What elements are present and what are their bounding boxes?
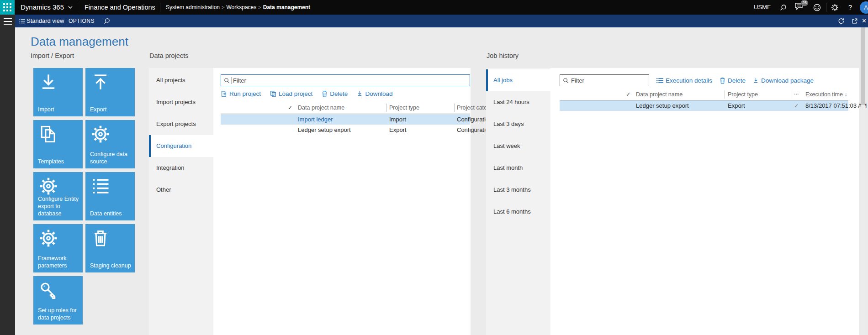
data-projects-toolbar: Run project Load project Delete Download <box>221 89 392 99</box>
table-row[interactable]: Import ledger Import Configuration <box>221 114 470 125</box>
product-menu-button[interactable]: Dynamics 365 <box>21 0 73 15</box>
open-in-new-window-button[interactable] <box>850 15 860 27</box>
job-history-filter-input[interactable] <box>571 77 651 84</box>
vertical-scrollbar-thumb[interactable] <box>861 27 865 105</box>
table-row[interactable]: Ledger setup export Export Configuration <box>221 125 470 135</box>
smiley-icon <box>813 4 821 11</box>
settings-button[interactable] <box>830 0 840 15</box>
data-projects-tab-list: All projects Import projects Export proj… <box>149 68 213 335</box>
close-button[interactable]: ✕ <box>862 15 867 27</box>
download-icon <box>753 77 759 84</box>
gear-icon <box>831 4 839 11</box>
breadcrumb-item[interactable]: Workspaces <box>226 0 256 15</box>
refresh-button[interactable] <box>836 15 846 27</box>
tab-other[interactable]: Other <box>149 179 213 201</box>
delete-button[interactable]: Delete <box>720 77 746 84</box>
run-project-icon <box>221 90 227 97</box>
avatar-initial: A <box>864 4 868 11</box>
select-all-check[interactable]: ✓ <box>626 91 630 98</box>
search-icon <box>563 78 569 84</box>
tab-last-24-hours[interactable]: Last 24 hours <box>486 91 550 113</box>
app-name-link[interactable]: Finance and Operations <box>85 0 155 15</box>
hamburger-menu-button[interactable] <box>4 18 12 25</box>
app-launcher-button[interactable] <box>0 0 15 15</box>
trash-icon <box>91 229 110 250</box>
tab-last-week[interactable]: Last week <box>486 135 550 157</box>
download-package-button[interactable]: Download package <box>753 77 814 84</box>
table-row[interactable]: Ledger setup export Export ✓ 8/13/2017 0… <box>560 100 848 111</box>
column-header-type[interactable]: Project type <box>389 105 419 111</box>
tab-last-6-months[interactable]: Last 6 months <box>486 201 550 223</box>
cell-project-type: Export <box>389 125 407 135</box>
column-header-name[interactable]: Data project name <box>298 105 344 111</box>
cell-project-name[interactable]: Import ledger <box>298 114 333 125</box>
run-project-button[interactable]: Run project <box>221 90 261 97</box>
tile-configure-data-source[interactable]: Configure data source <box>85 120 135 168</box>
download-button[interactable]: Download <box>357 90 392 97</box>
tab-integration[interactable]: Integration <box>149 157 213 179</box>
tab-last-3-days[interactable]: Last 3 days <box>486 113 550 135</box>
standard-view-button[interactable]: Standard view <box>26 15 64 27</box>
options-menu-button[interactable]: OPTIONS <box>69 15 95 27</box>
data-projects-content: Run project Load project Delete Download <box>213 68 471 335</box>
list-icon <box>656 78 663 84</box>
tile-staging-cleanup[interactable]: Staging cleanup <box>85 224 135 272</box>
tile-data-entities[interactable]: Data entities <box>85 172 135 220</box>
tile-framework-parameters[interactable]: Framework parameters <box>33 224 83 272</box>
alerts-button[interactable]: 25 <box>794 0 805 15</box>
status-success-check: ✓ <box>794 100 799 111</box>
data-projects-panel: All projects Import projects Export proj… <box>149 68 471 335</box>
sort-descending-icon: ↓ <box>844 91 847 98</box>
gear-icon <box>39 177 58 198</box>
breadcrumb-item-current[interactable]: Data management <box>263 0 310 15</box>
delete-button[interactable]: Delete <box>322 90 348 97</box>
execution-details-button[interactable]: Execution details <box>656 77 712 84</box>
tile-setup-roles[interactable]: Set up roles for data projects <box>33 276 83 325</box>
alerts-count-badge: 25 <box>801 0 808 6</box>
job-history-content: Execution details Delete Download packag… <box>550 68 859 335</box>
tab-last-month[interactable]: Last month <box>486 157 550 179</box>
avatar[interactable]: A <box>860 1 868 14</box>
tile-templates[interactable]: Templates <box>33 120 83 168</box>
tab-configuration[interactable]: Configuration <box>149 135 213 157</box>
tile-import[interactable]: Import <box>33 68 83 116</box>
topbar-divider <box>160 3 160 12</box>
topbar-divider <box>826 3 826 12</box>
cell-project-type: Import <box>389 114 406 125</box>
popout-icon <box>852 18 858 24</box>
tab-all-jobs[interactable]: All jobs <box>486 69 550 91</box>
tile-export[interactable]: Export <box>85 68 135 116</box>
tile-configure-entity-export[interactable]: Configure Entity export to database <box>33 172 83 220</box>
list-icon <box>91 177 110 198</box>
search-button[interactable] <box>778 0 788 15</box>
breadcrumb-item[interactable]: System administration <box>166 0 220 15</box>
column-header-type[interactable]: Project type <box>728 91 758 98</box>
view-list-icon <box>18 15 26 27</box>
tile-grid: Import Export Templates <box>33 68 135 325</box>
cell-execution-time: 8/13/2017 07:51:03 AM <box>805 100 867 111</box>
copy-pages-icon <box>39 125 58 146</box>
job-history-panel: All jobs Last 24 hours Last 3 days Last … <box>486 68 859 335</box>
cell-project-name[interactable]: Ledger setup export <box>298 125 351 135</box>
actionbar-search-button[interactable] <box>102 15 111 27</box>
feedback-button[interactable] <box>812 0 822 15</box>
company-picker[interactable]: USMF <box>754 0 771 15</box>
tab-last-3-months[interactable]: Last 3 months <box>486 179 550 201</box>
data-management-workspace: Dynamics 365 Finance and Operations Syst… <box>0 0 868 335</box>
text-cursor <box>232 77 232 84</box>
tab-all-projects[interactable]: All projects <box>149 69 213 91</box>
column-header-more[interactable]: ... <box>794 89 799 96</box>
help-button[interactable]: ? <box>846 0 854 15</box>
tab-export-projects[interactable]: Export projects <box>149 113 213 135</box>
page-title: Data management <box>31 35 128 49</box>
select-all-check[interactable]: ✓ <box>288 104 292 111</box>
column-header-name[interactable]: Data project name <box>636 91 683 98</box>
data-projects-filter-input[interactable] <box>233 77 470 84</box>
tab-import-projects[interactable]: Import projects <box>149 91 213 113</box>
section-title-data-projects: Data projects <box>149 52 188 59</box>
job-history-table-header: ✓ Data project name Project type ... Exe… <box>550 89 859 100</box>
refresh-icon <box>838 18 845 25</box>
column-header-execution-time[interactable]: Execution time ↓ <box>805 91 847 98</box>
column-separator <box>725 90 725 99</box>
load-project-button[interactable]: Load project <box>270 90 312 97</box>
